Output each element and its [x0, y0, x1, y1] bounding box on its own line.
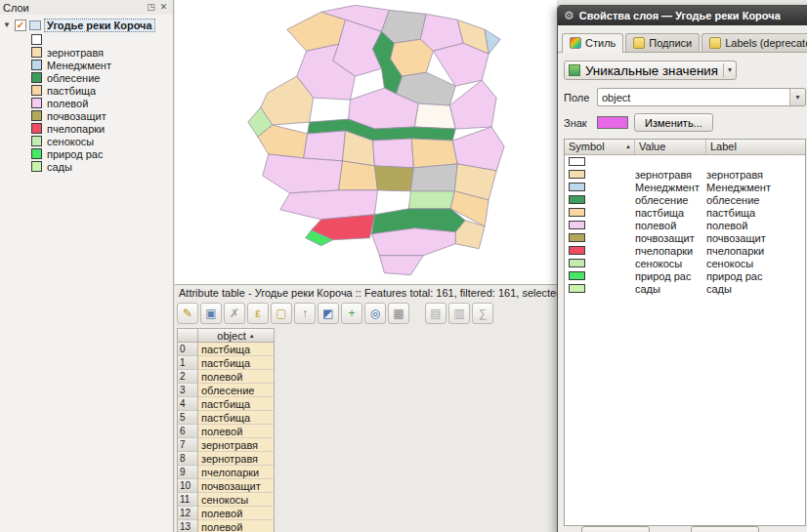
table-row[interactable]: 4 пастбища: [178, 397, 274, 411]
table-row[interactable]: 10 почвозащит: [178, 479, 274, 493]
table-row[interactable]: 11 сенокосы: [178, 493, 274, 507]
row-number[interactable]: 2: [178, 370, 198, 384]
value-column-header[interactable]: Value: [635, 140, 706, 154]
object-cell[interactable]: сенокосы: [198, 493, 274, 507]
object-cell[interactable]: зернотравя: [198, 438, 274, 452]
class-label[interactable]: полевой: [706, 220, 805, 231]
row-number[interactable]: 9: [178, 466, 198, 479]
toggle-editing-button[interactable]: ✎: [177, 303, 198, 324]
dialog-button-cut[interactable]: [691, 526, 759, 532]
table-row[interactable]: 12 полевой: [178, 507, 274, 520]
class-value[interactable]: почвозащит: [635, 232, 706, 244]
layer-row[interactable]: ▼ ✓ Угодье реки Короча: [2, 18, 171, 32]
row-number[interactable]: 10: [178, 479, 198, 493]
row-number[interactable]: 5: [178, 411, 198, 425]
legend-item[interactable]: пастбища: [31, 84, 171, 97]
object-cell[interactable]: пчелопарки: [198, 466, 274, 479]
class-value[interactable]: зернотравя: [635, 169, 706, 181]
row-number[interactable]: 1: [178, 356, 198, 370]
class-label[interactable]: сады: [706, 283, 805, 295]
row-number[interactable]: 0: [178, 343, 198, 356]
object-cell[interactable]: зернотравя: [198, 452, 274, 466]
select-by-expression-button[interactable]: ε: [247, 303, 269, 324]
expander-icon[interactable]: ▼: [2, 20, 12, 29]
class-row[interactable]: природ рас природ рас: [565, 269, 805, 282]
row-number[interactable]: 4: [178, 397, 198, 411]
zoom-to-selected-button[interactable]: ◎: [364, 303, 386, 324]
table-row[interactable]: 2 полевой: [178, 370, 274, 384]
map-canvas[interactable]: [175, 0, 557, 285]
object-cell[interactable]: пастбища: [198, 411, 274, 425]
class-label[interactable]: сенокосы: [706, 258, 805, 269]
save-edits-button[interactable]: ▣: [200, 303, 222, 324]
table-row[interactable]: 1 пастбища: [178, 356, 274, 370]
object-cell[interactable]: полевой: [198, 370, 274, 384]
row-number[interactable]: 3: [178, 384, 198, 397]
close-panel-icon[interactable]: ✕: [157, 2, 170, 14]
delete-selected-button[interactable]: ✗: [224, 303, 245, 324]
class-label[interactable]: почвозащит: [706, 232, 805, 244]
dialog-button-cut[interactable]: [581, 526, 650, 532]
layer-checkbox[interactable]: ✓: [15, 20, 26, 31]
table-row[interactable]: 13 полевой: [178, 520, 274, 532]
table-row[interactable]: 0 пастбища: [178, 343, 274, 356]
row-number[interactable]: 8: [178, 452, 198, 466]
class-row[interactable]: Менеджмент Менеджмент: [565, 181, 805, 193]
renderer-combo[interactable]: Уникальные значения ▾: [564, 61, 737, 80]
object-column-header[interactable]: object ▲: [198, 329, 274, 343]
float-panel-icon[interactable]: ◳: [145, 2, 157, 14]
class-row[interactable]: пчелопарки пчелопарки: [565, 244, 805, 257]
tab-style[interactable]: Стиль: [562, 33, 623, 53]
table-row[interactable]: 9 пчелопарки: [178, 466, 274, 479]
table-row[interactable]: 6 полевой: [178, 425, 274, 438]
class-value[interactable]: облесение: [635, 194, 706, 206]
table-row[interactable]: 5 пастбища: [178, 411, 274, 425]
class-value[interactable]: пастбища: [635, 207, 706, 219]
object-cell[interactable]: пастбища: [198, 356, 274, 370]
row-number[interactable]: 7: [178, 438, 198, 452]
row-number[interactable]: 13: [178, 520, 198, 532]
class-label[interactable]: природ рас: [706, 270, 805, 282]
row-number[interactable]: 6: [178, 425, 198, 438]
class-label[interactable]: зернотравя: [706, 169, 805, 181]
copy-rows-button[interactable]: ▦: [388, 303, 409, 324]
table-row[interactable]: 7 зернотравя: [178, 438, 274, 452]
legend-item[interactable]: [31, 33, 171, 46]
class-label[interactable]: пастбища: [706, 207, 805, 219]
class-label[interactable]: пчелопарки: [706, 245, 805, 257]
legend-item[interactable]: природ рас: [31, 147, 171, 160]
row-number[interactable]: 12: [178, 507, 198, 520]
pan-to-selected-button[interactable]: +: [341, 303, 362, 324]
move-selection-top-button[interactable]: ↑: [294, 303, 316, 324]
object-cell[interactable]: полевой: [198, 425, 274, 438]
class-value[interactable]: Менеджмент: [635, 182, 706, 193]
legend-item[interactable]: облесение: [31, 71, 171, 84]
tab-labels[interactable]: Подписи: [625, 33, 700, 52]
field-calculator-button[interactable]: ∑: [472, 303, 493, 324]
legend-item[interactable]: сенокосы: [31, 135, 171, 147]
delete-column-button[interactable]: ▥: [448, 303, 470, 324]
object-cell[interactable]: пастбища: [198, 343, 274, 356]
legend-item[interactable]: пчелопарки: [31, 122, 171, 135]
tab-labels-deprecated[interactable]: Labels (deprecated): [701, 33, 807, 52]
class-row[interactable]: сенокосы сенокосы: [565, 257, 805, 269]
class-value[interactable]: пчелопарки: [635, 245, 706, 257]
class-row[interactable]: зернотравя зернотравя: [565, 168, 805, 181]
class-row[interactable]: полевой полевой: [565, 219, 805, 231]
class-row[interactable]: сады сады: [565, 282, 805, 295]
object-cell[interactable]: облесение: [198, 384, 274, 397]
class-value[interactable]: полевой: [635, 220, 706, 231]
row-number[interactable]: 11: [178, 493, 198, 507]
class-label[interactable]: облесение: [706, 194, 805, 206]
invert-selection-button[interactable]: ◩: [318, 303, 339, 324]
legend-item[interactable]: почвозащит: [31, 109, 171, 122]
class-value[interactable]: сады: [635, 283, 706, 295]
class-value[interactable]: природ рас: [635, 270, 706, 282]
class-row[interactable]: пастбища пастбища: [565, 206, 805, 219]
table-row[interactable]: 3 облесение: [178, 384, 274, 397]
field-combo[interactable]: object ▾: [597, 88, 806, 106]
legend-item[interactable]: сады: [31, 160, 171, 173]
label-column-header[interactable]: Label: [706, 140, 805, 154]
class-row[interactable]: почвозащит почвозащит: [565, 231, 805, 244]
class-label[interactable]: Менеджмент: [706, 182, 805, 193]
